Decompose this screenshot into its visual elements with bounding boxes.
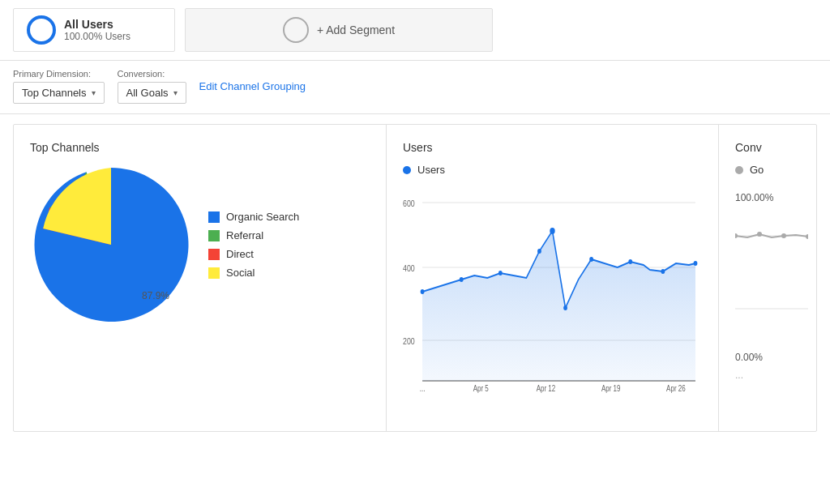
all-goals-value: All Goals — [126, 87, 169, 99]
pie-chart: 87.9% — [30, 164, 192, 326]
pie-area: 87.9% Organic Search Referral Direct — [30, 164, 370, 326]
svg-point-10 — [498, 271, 503, 275]
svg-text:600: 600 — [403, 199, 415, 208]
svg-point-13 — [563, 305, 567, 310]
users-dot-icon — [403, 166, 411, 174]
legend-item-direct: Direct — [208, 248, 299, 260]
top-channels-dropdown[interactable]: Top Channels ▾ — [13, 82, 105, 104]
users-line-chart: 600 400 200 — [403, 182, 702, 401]
legend-item-referral: Referral — [208, 229, 299, 241]
svg-point-14 — [589, 257, 593, 262]
conv-panel-title: Conv — [735, 141, 800, 154]
conv-chart-svg — [735, 203, 808, 349]
legend-label-social: Social — [226, 267, 255, 279]
edit-channel-grouping-link[interactable]: Edit Channel Grouping — [199, 80, 306, 92]
svg-point-26 — [757, 232, 762, 237]
controls-row: Primary Dimension: Top Channels ▾ Conver… — [13, 69, 817, 104]
svg-point-25 — [735, 233, 738, 238]
legend-label-referral: Referral — [226, 229, 263, 241]
controls-bar: Primary Dimension: Top Channels ▾ Conver… — [0, 61, 830, 114]
svg-text:Apr 26: Apr 26 — [666, 384, 686, 393]
legend-item-organic: Organic Search — [208, 211, 299, 223]
legend-label-organic: Organic Search — [226, 211, 299, 223]
legend-item-social: Social — [208, 267, 299, 279]
all-goals-dropdown[interactable]: All Goals ▾ — [118, 82, 186, 104]
conv-dot-icon — [735, 166, 743, 174]
svg-point-17 — [694, 261, 698, 266]
primary-dimension-group: Primary Dimension: Top Channels ▾ — [13, 69, 105, 104]
conv-ellipsis: ... — [735, 369, 800, 381]
legend-color-referral — [208, 230, 220, 241]
users-panel-title: Users — [403, 141, 702, 154]
top-channels-value: Top Channels — [22, 87, 87, 99]
segment-percentage: 100.00% Users — [64, 31, 130, 42]
svg-point-27 — [781, 233, 786, 238]
conversion-group: Conversion: All Goals ▾ — [118, 69, 186, 104]
conversion-label: Conversion: — [118, 69, 186, 79]
main-content: Top Channels 87.9% — [0, 114, 830, 442]
users-legend-label: Users — [417, 164, 445, 176]
svg-text:Apr 19: Apr 19 — [601, 384, 621, 393]
conv-panel: Conv Go 100.00% 0.00% ... — [719, 125, 816, 431]
svg-point-9 — [460, 277, 464, 282]
conv-pct-high: 100.00% — [735, 192, 800, 203]
svg-text:Apr 12: Apr 12 — [537, 384, 556, 393]
svg-text:...: ... — [420, 384, 426, 393]
pie-legend: Organic Search Referral Direct Social — [208, 211, 299, 279]
users-panel: Users Users 600 400 200 — [387, 125, 719, 431]
top-channels-title: Top Channels — [30, 141, 370, 154]
svg-point-11 — [537, 249, 541, 254]
pie-chart-svg — [30, 164, 192, 326]
svg-point-15 — [628, 259, 632, 264]
svg-point-28 — [806, 234, 808, 239]
segment-circle-icon — [27, 15, 56, 45]
svg-point-8 — [421, 289, 425, 294]
segment-name: All Users — [64, 18, 130, 31]
add-segment-button[interactable]: + Add Segment — [185, 8, 493, 52]
legend-color-direct — [208, 249, 220, 260]
chevron-down-icon: ▾ — [92, 88, 96, 97]
legend-label-direct: Direct — [226, 248, 254, 260]
svg-text:Apr 5: Apr 5 — [473, 384, 489, 393]
svg-marker-7 — [422, 231, 695, 381]
charts-row: Top Channels 87.9% — [13, 124, 817, 432]
primary-dimension-label: Primary Dimension: — [13, 69, 105, 79]
users-chart-header: Users — [403, 164, 702, 176]
top-channels-panel: Top Channels 87.9% — [14, 125, 387, 431]
conv-legend-label: Go — [750, 164, 764, 176]
users-chart-svg: 600 400 200 — [403, 182, 702, 393]
legend-color-organic — [208, 211, 220, 223]
chevron-down-icon-2: ▾ — [173, 88, 178, 97]
svg-point-16 — [661, 269, 665, 274]
segment-info: All Users 100.00% Users — [64, 18, 130, 42]
svg-text:400: 400 — [403, 263, 415, 273]
conv-pct-low: 0.00% — [735, 352, 800, 363]
add-segment-circle-icon — [283, 17, 309, 43]
segment-bar: All Users 100.00% Users + Add Segment — [0, 0, 830, 61]
svg-point-12 — [550, 228, 554, 234]
all-users-segment[interactable]: All Users 100.00% Users — [13, 8, 175, 52]
legend-color-social — [208, 267, 220, 279]
pie-percentage-label: 87.9% — [142, 290, 169, 301]
add-segment-label: + Add Segment — [317, 23, 395, 36]
svg-text:200: 200 — [403, 336, 415, 346]
conv-chart-header: Go — [735, 164, 800, 176]
